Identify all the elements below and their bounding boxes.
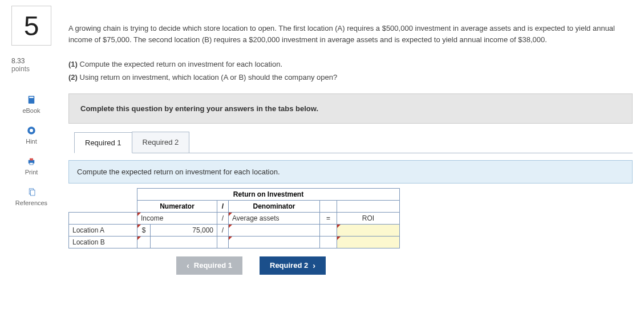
prev-label: Required 1 [194,261,232,270]
book-icon [26,95,37,105]
roi-table: Return on Investment Numerator / Denomin… [68,188,400,248]
row-a-currency[interactable]: $ [137,224,151,236]
sidebar: 5 8.33 points eBook Hint Print Reference… [11,6,68,275]
sub-question-2: (2) Using return on investment, which lo… [68,72,633,83]
chevron-left-icon: ‹ [187,261,189,270]
numerator-label-cell[interactable]: Income [137,212,217,224]
row-a-numerator[interactable]: 75,000 [151,224,217,236]
denominator-label-cell[interactable]: Average assets [229,212,320,224]
svg-rect-8 [31,190,35,195]
points-label: points [11,65,30,73]
row-b-roi[interactable] [337,236,400,248]
row-a-slash: / [217,224,229,236]
equals-label: = [320,212,337,224]
tab-required-1[interactable]: Required 1 [74,132,132,153]
print-tool[interactable]: Print [11,152,51,180]
next-button[interactable]: Required 2 › [260,256,326,275]
svg-point-3 [30,129,33,132]
svg-rect-1 [29,97,34,98]
tab-required-2[interactable]: Required 2 [132,132,190,153]
row-b-denominator[interactable] [229,236,320,248]
row-a-roi[interactable] [337,224,400,236]
numerator-header: Numerator [137,200,217,212]
question-prompt: A growing chain is trying to decide whic… [68,23,633,83]
ebook-tool[interactable]: eBook [11,90,51,119]
part2-text: Using return on investment, which locati… [80,73,338,81]
copy-icon [26,187,37,197]
svg-rect-5 [30,158,33,161]
question-number: 5 [11,6,51,46]
denominator-header: Denominator [229,200,320,212]
tab-instruction: Compute the expected return on investmen… [68,160,633,184]
instruction-banner: Complete this question by entering your … [68,93,633,124]
hint-tool[interactable]: Hint [11,121,51,149]
part1-text: Compute the expected return on investmen… [80,60,283,68]
nav-buttons: ‹ Required 1 Required 2 › [68,256,434,275]
part1-label: (1) [68,60,78,68]
row-b-label: Location B [69,236,137,248]
result-label: ROI [337,212,400,224]
ebook-label: eBook [22,107,40,114]
references-tool[interactable]: References [11,182,51,211]
divide-label: / [217,212,229,224]
next-label: Required 2 [270,261,308,270]
lifebuoy-icon [26,125,37,136]
hint-label: Hint [26,138,37,145]
row-b-currency[interactable] [137,236,151,248]
sub-question-1: (1) Compute the expected return on inves… [68,59,633,70]
row-b-numerator[interactable] [151,236,217,248]
references-label: References [15,199,47,206]
printer-icon [26,156,37,166]
row-a-denominator[interactable] [229,224,320,236]
chevron-right-icon: › [313,261,315,270]
tab-strip: Required 1 Required 2 [74,132,633,153]
table-title: Return on Investment [137,188,400,200]
slash-header: / [217,200,229,212]
question-body: A growing chain is trying to decide whic… [68,23,633,45]
points-value: 8.33 [11,57,25,65]
part2-label: (2) [68,73,78,81]
main-content: A growing chain is trying to decide whic… [68,6,633,275]
points-display: 8.33 points [11,57,68,73]
svg-rect-6 [30,162,33,165]
print-label: Print [25,169,38,176]
prev-button[interactable]: ‹ Required 1 [176,256,242,275]
row-a-label: Location A [69,224,137,236]
